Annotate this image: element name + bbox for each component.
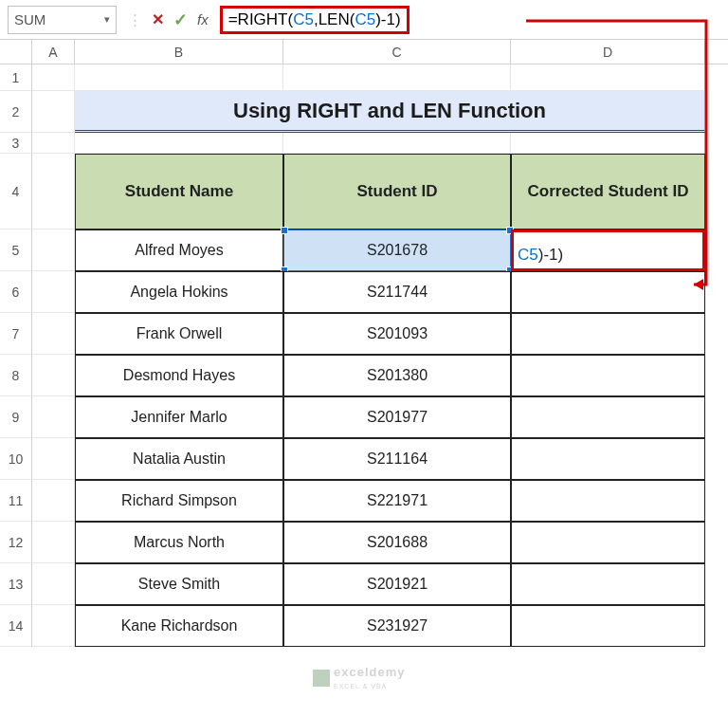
- cell-D10[interactable]: [511, 438, 705, 480]
- cell-D13[interactable]: [511, 563, 705, 605]
- row-header-10[interactable]: 10: [0, 438, 32, 480]
- formula-token: LEN: [318, 10, 350, 29]
- col-header-D[interactable]: D: [511, 40, 705, 64]
- header-student-id[interactable]: Student ID: [283, 154, 511, 230]
- row-header-1[interactable]: 1: [0, 64, 32, 91]
- watermark-icon: [313, 670, 330, 687]
- cell-B1[interactable]: [75, 64, 283, 91]
- row-header-14[interactable]: 14: [0, 605, 32, 647]
- cell-B3[interactable]: [75, 133, 283, 154]
- row-header-5[interactable]: 5: [0, 230, 32, 271]
- row-header-13[interactable]: 13: [0, 563, 32, 605]
- row-header-11[interactable]: 11: [0, 480, 32, 522]
- cell-B9[interactable]: Jennifer Marlo: [75, 396, 283, 438]
- cell-D6[interactable]: [511, 271, 705, 313]
- cell-C6[interactable]: S211744: [283, 271, 511, 313]
- name-box-value: SUM: [14, 11, 46, 28]
- cell-C9[interactable]: S201977: [283, 396, 511, 438]
- name-box-dropdown-icon[interactable]: ▾: [104, 13, 110, 26]
- cell-A10[interactable]: [32, 438, 75, 480]
- cell-B14[interactable]: Kane Richardson: [75, 605, 283, 647]
- formula-bar: SUM ▾ ⋮ ✕ ✓ fx =RIGHT(C5,LEN(C5)-1): [0, 0, 728, 40]
- cell-A2[interactable]: [32, 91, 75, 133]
- row-header-2[interactable]: 2: [0, 91, 32, 133]
- col-header-A[interactable]: A: [32, 40, 75, 64]
- col-header-B[interactable]: B: [75, 40, 283, 64]
- fx-icon[interactable]: fx: [197, 11, 209, 28]
- cell-C10[interactable]: S211164: [283, 438, 511, 480]
- cell-D5[interactable]: C5)-1): [511, 230, 705, 271]
- cell-C3[interactable]: [283, 133, 511, 154]
- cell-A4[interactable]: [32, 154, 75, 230]
- cell-B13[interactable]: Steve Smith: [75, 563, 283, 605]
- row-header-6[interactable]: 6: [0, 271, 32, 313]
- cell-D9[interactable]: [511, 396, 705, 438]
- cell-C5[interactable]: S201678: [283, 230, 511, 271]
- cell-C7[interactable]: S201093: [283, 313, 511, 355]
- cell-D5-editing-text: C5)-1): [518, 246, 563, 265]
- spreadsheet-grid: 1 2 Using RIGHT and LEN Function 3 4 Stu…: [0, 64, 728, 647]
- header-student-name[interactable]: Student Name: [75, 154, 283, 230]
- cell-D7[interactable]: [511, 313, 705, 355]
- header-b-text: Student Name: [125, 182, 233, 201]
- cell-A3[interactable]: [32, 133, 75, 154]
- cell-A6[interactable]: [32, 271, 75, 313]
- row-header-4[interactable]: 4: [0, 154, 32, 230]
- cell-B7[interactable]: Frank Orwell: [75, 313, 283, 355]
- row-header-8[interactable]: 8: [0, 355, 32, 396]
- cell-C14[interactable]: S231927: [283, 605, 511, 647]
- cell-B6[interactable]: Angela Hokins: [75, 271, 283, 313]
- row-header-3[interactable]: 3: [0, 133, 32, 154]
- cell-D12[interactable]: [511, 522, 705, 563]
- formula-token: -1): [381, 10, 401, 29]
- formula-input[interactable]: =RIGHT(C5,LEN(C5)-1): [216, 6, 728, 34]
- cell-A9[interactable]: [32, 396, 75, 438]
- cell-A13[interactable]: [32, 563, 75, 605]
- row-header-9[interactable]: 9: [0, 396, 32, 438]
- cell-A7[interactable]: [32, 313, 75, 355]
- row-header-7[interactable]: 7: [0, 313, 32, 355]
- cell-D11[interactable]: [511, 480, 705, 522]
- cell-C13[interactable]: S201921: [283, 563, 511, 605]
- cell-D8[interactable]: [511, 355, 705, 396]
- select-all-corner[interactable]: [0, 40, 32, 64]
- title-text: Using RIGHT and LEN Function: [233, 99, 546, 123]
- watermark-line2: EXCEL & VBA: [334, 683, 387, 689]
- cell-C1[interactable]: [283, 64, 511, 91]
- header-d-text: Corrected Student ID: [527, 182, 688, 201]
- cancel-icon[interactable]: ✕: [152, 10, 164, 28]
- formula-bar-icons: ⋮ ✕ ✓ fx: [120, 9, 216, 30]
- cell-C8[interactable]: S201380: [283, 355, 511, 396]
- formula-token: =: [228, 10, 238, 29]
- cell-A5[interactable]: [32, 230, 75, 271]
- cell-C5-value: S201678: [367, 242, 428, 259]
- watermark-line1: exceldemy: [334, 665, 406, 679]
- cell-A12[interactable]: [32, 522, 75, 563]
- col-header-C[interactable]: C: [283, 40, 511, 64]
- selection-handle[interactable]: [281, 227, 288, 234]
- title-cell[interactable]: Using RIGHT and LEN Function: [75, 91, 705, 133]
- cell-B5[interactable]: Alfred Moyes: [75, 230, 283, 271]
- cell-D14[interactable]: [511, 605, 705, 647]
- cell-B11[interactable]: Richard Simpson: [75, 480, 283, 522]
- header-corrected-id[interactable]: Corrected Student ID: [511, 154, 705, 230]
- header-c-text: Student ID: [357, 182, 438, 201]
- cell-B12[interactable]: Marcus North: [75, 522, 283, 563]
- cell-B10[interactable]: Natalia Austin: [75, 438, 283, 480]
- formula-token: C5: [355, 10, 375, 29]
- watermark: exceldemy EXCEL & VBA: [313, 666, 406, 690]
- row-header-12[interactable]: 12: [0, 522, 32, 563]
- cell-B8[interactable]: Desmond Hayes: [75, 355, 283, 396]
- cell-C12[interactable]: S201688: [283, 522, 511, 563]
- name-box[interactable]: SUM ▾: [8, 6, 117, 34]
- cell-A14[interactable]: [32, 605, 75, 647]
- cell-A1[interactable]: [32, 64, 75, 91]
- formula-token: C5: [293, 10, 314, 29]
- cell-A8[interactable]: [32, 355, 75, 396]
- cell-C11[interactable]: S221971: [283, 480, 511, 522]
- cell-D1[interactable]: [511, 64, 705, 91]
- cell-D3[interactable]: [511, 133, 705, 154]
- cell-A11[interactable]: [32, 480, 75, 522]
- enter-icon[interactable]: ✓: [173, 9, 188, 30]
- formula-token: RIGHT: [238, 10, 288, 29]
